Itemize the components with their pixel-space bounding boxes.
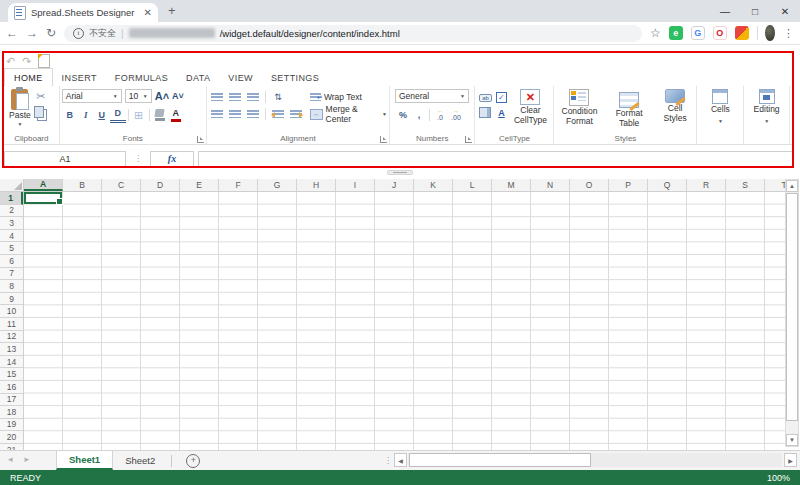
- tab-close-icon[interactable]: ✕: [144, 8, 152, 18]
- row-header-13[interactable]: 13: [0, 343, 23, 356]
- zoom-level[interactable]: 100%: [767, 473, 790, 483]
- column-header-S[interactable]: S: [726, 179, 765, 191]
- redo-icon[interactable]: ↷: [22, 56, 31, 67]
- evernote-extension-icon[interactable]: e: [669, 26, 683, 40]
- chrome-menu-icon[interactable]: ⋮: [783, 27, 794, 40]
- bookmark-star-icon[interactable]: ☆: [650, 26, 661, 40]
- cells-dropdown-icon[interactable]: ▼: [718, 119, 723, 124]
- column-header-M[interactable]: M: [492, 179, 531, 191]
- cells-button[interactable]: Cells ▼: [699, 88, 741, 125]
- number-format-select[interactable]: General▼: [395, 89, 469, 103]
- refresh-icon[interactable]: ↻: [46, 27, 56, 39]
- column-header-R[interactable]: R: [687, 179, 726, 191]
- opera-extension-icon[interactable]: O: [713, 26, 727, 40]
- column-header-D[interactable]: D: [141, 179, 180, 191]
- window-minimize-button[interactable]: —: [710, 0, 740, 22]
- selected-cell-a1[interactable]: [24, 192, 62, 204]
- info-icon[interactable]: i: [73, 28, 84, 39]
- column-header-K[interactable]: K: [414, 179, 453, 191]
- row-header-20[interactable]: 20: [0, 431, 23, 444]
- fill-handle[interactable]: [56, 198, 63, 205]
- column-header-C[interactable]: C: [102, 179, 141, 191]
- combobox-celltype-icon[interactable]: [479, 107, 491, 118]
- font-size-select[interactable]: 10▼: [125, 89, 152, 103]
- formula-input[interactable]: [198, 151, 794, 167]
- merge-center-dropdown-icon[interactable]: ▼: [382, 112, 387, 117]
- percent-style-button[interactable]: %: [395, 108, 411, 121]
- vertical-scroll-thumb[interactable]: [786, 193, 798, 421]
- grow-font-icon[interactable]: A˄: [155, 90, 169, 102]
- name-box[interactable]: A1: [4, 151, 126, 167]
- column-header-J[interactable]: J: [375, 179, 414, 191]
- column-header-B[interactable]: B: [63, 179, 102, 191]
- increase-decimal-icon[interactable]: ←.0: [432, 108, 448, 121]
- text-orientation-icon[interactable]: ⇅: [270, 90, 286, 103]
- row-header-7[interactable]: 7: [0, 268, 23, 281]
- new-document-icon[interactable]: [38, 54, 50, 68]
- merge-center-button[interactable]: ↔ Merge & Center ▼: [310, 107, 387, 121]
- double-underline-button[interactable]: D: [110, 107, 126, 123]
- tab-data[interactable]: DATA: [177, 69, 219, 86]
- copy-icon[interactable]: [34, 106, 44, 118]
- row-header-10[interactable]: 10: [0, 305, 23, 318]
- sheet-tab-sheet1[interactable]: Sheet1: [56, 451, 113, 470]
- scroll-down-icon[interactable]: ▼: [786, 434, 798, 446]
- undo-icon[interactable]: ↶: [6, 56, 15, 67]
- row-header-4[interactable]: 4: [0, 230, 23, 243]
- increase-indent-icon[interactable]: [288, 107, 304, 120]
- shrink-font-icon[interactable]: A˅: [172, 91, 184, 101]
- sheet-nav-right-icon[interactable]: ▸: [25, 454, 30, 464]
- column-header-H[interactable]: H: [297, 179, 336, 191]
- align-center-icon[interactable]: [227, 107, 243, 120]
- scrollbar-grip-icon[interactable]: ⋮: [384, 456, 392, 465]
- column-header-E[interactable]: E: [180, 179, 219, 191]
- row-header-19[interactable]: 19: [0, 419, 23, 432]
- vertical-scrollbar[interactable]: ▲ ▼: [785, 179, 799, 447]
- horizontal-scrollbar[interactable]: [408, 453, 782, 467]
- scroll-left-icon[interactable]: ◀: [394, 453, 407, 467]
- paste-button[interactable]: Paste ▼: [6, 88, 34, 128]
- font-color-icon[interactable]: A: [168, 109, 184, 122]
- row-header-3[interactable]: 3: [0, 217, 23, 230]
- condition-format-button[interactable]: Condition Format: [556, 88, 602, 132]
- window-maximize-button[interactable]: □: [740, 0, 770, 22]
- sheet-nav-left-icon[interactable]: ◂: [8, 454, 13, 464]
- column-header-A[interactable]: A: [24, 179, 63, 191]
- window-close-button[interactable]: ✕: [770, 0, 800, 22]
- align-left-icon[interactable]: [209, 107, 225, 120]
- back-icon[interactable]: ←: [6, 27, 18, 39]
- scroll-up-icon[interactable]: ▲: [786, 180, 798, 192]
- checkbox-celltype-icon[interactable]: ✓: [496, 92, 507, 103]
- cell-grid[interactable]: [24, 192, 785, 450]
- shield-extension-icon[interactable]: [735, 26, 749, 40]
- align-top-icon[interactable]: [209, 90, 225, 103]
- column-header-I[interactable]: I: [336, 179, 375, 191]
- numbers-dialog-launcher-icon[interactable]: [465, 136, 472, 143]
- font-family-select[interactable]: Arial▼: [62, 89, 122, 103]
- tab-formulas[interactable]: FORMULAS: [106, 69, 177, 86]
- paste-dropdown-icon[interactable]: ▼: [17, 122, 22, 127]
- profile-avatar[interactable]: [765, 25, 775, 41]
- editing-dropdown-icon[interactable]: ▼: [764, 119, 769, 124]
- column-header-N[interactable]: N: [531, 179, 570, 191]
- row-header-9[interactable]: 9: [0, 293, 23, 306]
- column-header-O[interactable]: O: [570, 179, 609, 191]
- address-bar[interactable]: i 不安全 | /widget.default/designer/content…: [64, 25, 642, 42]
- align-middle-icon[interactable]: [227, 90, 243, 103]
- decrease-decimal-icon[interactable]: →.00: [448, 108, 464, 121]
- formula-bar-grip-icon[interactable]: ⋮: [134, 154, 142, 163]
- row-header-6[interactable]: 6: [0, 255, 23, 268]
- alignment-dialog-launcher-icon[interactable]: [380, 136, 387, 143]
- row-header-2[interactable]: 2: [0, 205, 23, 218]
- column-header-T[interactable]: T: [765, 179, 785, 191]
- align-right-icon[interactable]: [245, 107, 261, 120]
- tab-view[interactable]: VIEW: [219, 69, 262, 86]
- row-header-16[interactable]: 16: [0, 381, 23, 394]
- wrap-text-button[interactable]: Wrap Text: [310, 90, 387, 104]
- select-all-corner[interactable]: [0, 179, 24, 192]
- column-header-Q[interactable]: Q: [648, 179, 687, 191]
- row-header-14[interactable]: 14: [0, 356, 23, 369]
- sheet-tab-sheet2[interactable]: Sheet2: [113, 451, 167, 470]
- row-header-11[interactable]: 11: [0, 318, 23, 331]
- borders-icon[interactable]: ⊞: [131, 109, 147, 122]
